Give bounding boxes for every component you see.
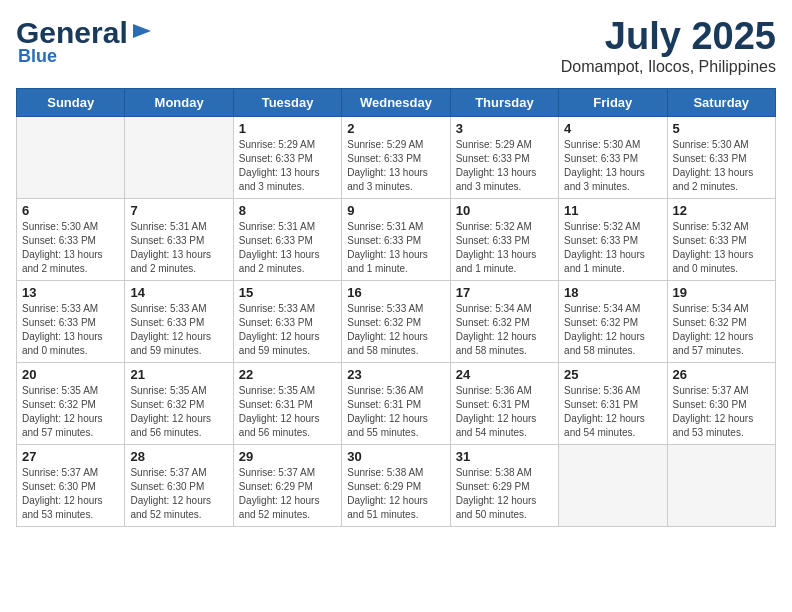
day-number: 4 <box>564 121 661 136</box>
logo-general: General <box>16 16 128 50</box>
calendar-week-2: 6Sunrise: 5:30 AM Sunset: 6:33 PM Daylig… <box>17 198 776 280</box>
calendar-cell: 31Sunrise: 5:38 AM Sunset: 6:29 PM Dayli… <box>450 444 558 526</box>
weekday-header-tuesday: Tuesday <box>233 88 341 116</box>
calendar-cell: 4Sunrise: 5:30 AM Sunset: 6:33 PM Daylig… <box>559 116 667 198</box>
day-info: Sunrise: 5:31 AM Sunset: 6:33 PM Dayligh… <box>130 220 227 276</box>
day-number: 9 <box>347 203 444 218</box>
day-number: 17 <box>456 285 553 300</box>
day-number: 14 <box>130 285 227 300</box>
day-info: Sunrise: 5:30 AM Sunset: 6:33 PM Dayligh… <box>564 138 661 194</box>
day-number: 11 <box>564 203 661 218</box>
day-number: 29 <box>239 449 336 464</box>
day-info: Sunrise: 5:37 AM Sunset: 6:30 PM Dayligh… <box>130 466 227 522</box>
calendar-cell: 22Sunrise: 5:35 AM Sunset: 6:31 PM Dayli… <box>233 362 341 444</box>
calendar-cell: 19Sunrise: 5:34 AM Sunset: 6:32 PM Dayli… <box>667 280 775 362</box>
day-info: Sunrise: 5:37 AM Sunset: 6:29 PM Dayligh… <box>239 466 336 522</box>
svg-marker-0 <box>133 24 151 38</box>
calendar-cell: 26Sunrise: 5:37 AM Sunset: 6:30 PM Dayli… <box>667 362 775 444</box>
day-info: Sunrise: 5:38 AM Sunset: 6:29 PM Dayligh… <box>456 466 553 522</box>
calendar-cell: 15Sunrise: 5:33 AM Sunset: 6:33 PM Dayli… <box>233 280 341 362</box>
day-info: Sunrise: 5:29 AM Sunset: 6:33 PM Dayligh… <box>239 138 336 194</box>
day-number: 10 <box>456 203 553 218</box>
calendar-cell <box>559 444 667 526</box>
calendar-cell: 8Sunrise: 5:31 AM Sunset: 6:33 PM Daylig… <box>233 198 341 280</box>
day-info: Sunrise: 5:33 AM Sunset: 6:33 PM Dayligh… <box>130 302 227 358</box>
day-info: Sunrise: 5:35 AM Sunset: 6:32 PM Dayligh… <box>130 384 227 440</box>
day-number: 22 <box>239 367 336 382</box>
day-number: 16 <box>347 285 444 300</box>
day-number: 23 <box>347 367 444 382</box>
calendar-cell: 27Sunrise: 5:37 AM Sunset: 6:30 PM Dayli… <box>17 444 125 526</box>
day-info: Sunrise: 5:32 AM Sunset: 6:33 PM Dayligh… <box>673 220 770 276</box>
day-info: Sunrise: 5:36 AM Sunset: 6:31 PM Dayligh… <box>456 384 553 440</box>
day-info: Sunrise: 5:36 AM Sunset: 6:31 PM Dayligh… <box>564 384 661 440</box>
calendar-cell: 2Sunrise: 5:29 AM Sunset: 6:33 PM Daylig… <box>342 116 450 198</box>
calendar-week-1: 1Sunrise: 5:29 AM Sunset: 6:33 PM Daylig… <box>17 116 776 198</box>
day-info: Sunrise: 5:32 AM Sunset: 6:33 PM Dayligh… <box>456 220 553 276</box>
calendar-cell: 12Sunrise: 5:32 AM Sunset: 6:33 PM Dayli… <box>667 198 775 280</box>
calendar-cell: 17Sunrise: 5:34 AM Sunset: 6:32 PM Dayli… <box>450 280 558 362</box>
weekday-header-sunday: Sunday <box>17 88 125 116</box>
calendar-cell <box>667 444 775 526</box>
day-info: Sunrise: 5:36 AM Sunset: 6:31 PM Dayligh… <box>347 384 444 440</box>
day-info: Sunrise: 5:31 AM Sunset: 6:33 PM Dayligh… <box>347 220 444 276</box>
day-info: Sunrise: 5:37 AM Sunset: 6:30 PM Dayligh… <box>673 384 770 440</box>
day-info: Sunrise: 5:29 AM Sunset: 6:33 PM Dayligh… <box>456 138 553 194</box>
calendar-cell: 16Sunrise: 5:33 AM Sunset: 6:32 PM Dayli… <box>342 280 450 362</box>
day-info: Sunrise: 5:34 AM Sunset: 6:32 PM Dayligh… <box>564 302 661 358</box>
day-number: 3 <box>456 121 553 136</box>
day-number: 27 <box>22 449 119 464</box>
day-number: 28 <box>130 449 227 464</box>
calendar-cell: 10Sunrise: 5:32 AM Sunset: 6:33 PM Dayli… <box>450 198 558 280</box>
calendar-cell: 23Sunrise: 5:36 AM Sunset: 6:31 PM Dayli… <box>342 362 450 444</box>
day-info: Sunrise: 5:30 AM Sunset: 6:33 PM Dayligh… <box>22 220 119 276</box>
month-year-title: July 2025 <box>561 16 776 58</box>
calendar-cell: 18Sunrise: 5:34 AM Sunset: 6:32 PM Dayli… <box>559 280 667 362</box>
calendar-cell <box>125 116 233 198</box>
calendar-cell: 20Sunrise: 5:35 AM Sunset: 6:32 PM Dayli… <box>17 362 125 444</box>
day-number: 25 <box>564 367 661 382</box>
day-info: Sunrise: 5:29 AM Sunset: 6:33 PM Dayligh… <box>347 138 444 194</box>
calendar-cell: 6Sunrise: 5:30 AM Sunset: 6:33 PM Daylig… <box>17 198 125 280</box>
title-block: July 2025 Domampot, Ilocos, Philippines <box>561 16 776 76</box>
day-number: 21 <box>130 367 227 382</box>
location-subtitle: Domampot, Ilocos, Philippines <box>561 58 776 76</box>
day-info: Sunrise: 5:32 AM Sunset: 6:33 PM Dayligh… <box>564 220 661 276</box>
day-number: 13 <box>22 285 119 300</box>
day-info: Sunrise: 5:33 AM Sunset: 6:33 PM Dayligh… <box>22 302 119 358</box>
calendar-cell: 9Sunrise: 5:31 AM Sunset: 6:33 PM Daylig… <box>342 198 450 280</box>
day-number: 31 <box>456 449 553 464</box>
day-number: 7 <box>130 203 227 218</box>
day-number: 15 <box>239 285 336 300</box>
day-info: Sunrise: 5:35 AM Sunset: 6:32 PM Dayligh… <box>22 384 119 440</box>
day-number: 20 <box>22 367 119 382</box>
calendar-week-5: 27Sunrise: 5:37 AM Sunset: 6:30 PM Dayli… <box>17 444 776 526</box>
day-info: Sunrise: 5:34 AM Sunset: 6:32 PM Dayligh… <box>673 302 770 358</box>
day-number: 18 <box>564 285 661 300</box>
calendar-cell: 1Sunrise: 5:29 AM Sunset: 6:33 PM Daylig… <box>233 116 341 198</box>
day-number: 30 <box>347 449 444 464</box>
day-info: Sunrise: 5:35 AM Sunset: 6:31 PM Dayligh… <box>239 384 336 440</box>
calendar-cell: 13Sunrise: 5:33 AM Sunset: 6:33 PM Dayli… <box>17 280 125 362</box>
day-info: Sunrise: 5:33 AM Sunset: 6:33 PM Dayligh… <box>239 302 336 358</box>
weekday-header-friday: Friday <box>559 88 667 116</box>
day-info: Sunrise: 5:34 AM Sunset: 6:32 PM Dayligh… <box>456 302 553 358</box>
logo: General Blue <box>16 16 153 67</box>
calendar-table: SundayMondayTuesdayWednesdayThursdayFrid… <box>16 88 776 527</box>
weekday-header-row: SundayMondayTuesdayWednesdayThursdayFrid… <box>17 88 776 116</box>
calendar-cell: 11Sunrise: 5:32 AM Sunset: 6:33 PM Dayli… <box>559 198 667 280</box>
logo-blue: Blue <box>18 46 57 67</box>
calendar-cell: 3Sunrise: 5:29 AM Sunset: 6:33 PM Daylig… <box>450 116 558 198</box>
calendar-cell: 21Sunrise: 5:35 AM Sunset: 6:32 PM Dayli… <box>125 362 233 444</box>
weekday-header-saturday: Saturday <box>667 88 775 116</box>
day-number: 2 <box>347 121 444 136</box>
weekday-header-monday: Monday <box>125 88 233 116</box>
day-number: 6 <box>22 203 119 218</box>
weekday-header-thursday: Thursday <box>450 88 558 116</box>
calendar-cell: 24Sunrise: 5:36 AM Sunset: 6:31 PM Dayli… <box>450 362 558 444</box>
calendar-cell: 7Sunrise: 5:31 AM Sunset: 6:33 PM Daylig… <box>125 198 233 280</box>
calendar-cell: 28Sunrise: 5:37 AM Sunset: 6:30 PM Dayli… <box>125 444 233 526</box>
day-number: 12 <box>673 203 770 218</box>
calendar-cell: 29Sunrise: 5:37 AM Sunset: 6:29 PM Dayli… <box>233 444 341 526</box>
day-number: 19 <box>673 285 770 300</box>
